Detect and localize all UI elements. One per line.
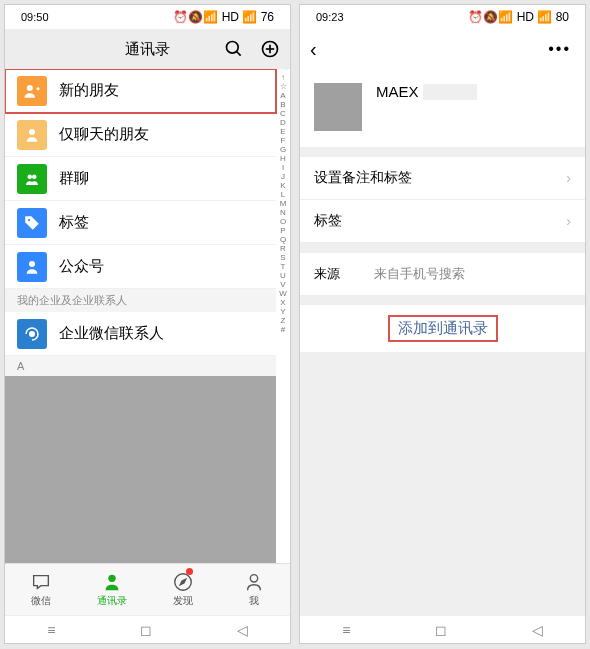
phone-profile: 09:23 ⏰🔕📶 HD 📶 80 ‹ ••• MAEX 设置备注和标签 › 标… xyxy=(299,4,586,644)
alpha-index-letter[interactable]: T xyxy=(281,262,286,271)
tab-label: 我 xyxy=(249,594,259,608)
svg-point-10 xyxy=(29,261,35,267)
row-new-friends[interactable]: 新的朋友 xyxy=(5,69,276,113)
home-key-icon[interactable]: ◻ xyxy=(435,622,447,638)
alpha-index-letter[interactable]: H xyxy=(280,154,286,163)
avatar xyxy=(314,83,362,131)
alpha-index-letter[interactable]: ☆ xyxy=(280,82,287,91)
back-key-icon[interactable]: ◁ xyxy=(237,622,248,638)
official-account-icon xyxy=(17,252,47,282)
alpha-index-letter[interactable]: Z xyxy=(281,316,286,325)
row-label: 新的朋友 xyxy=(59,81,119,100)
nav-keys: ≡ ◻ ◁ xyxy=(5,615,290,643)
alpha-index-letter[interactable]: A xyxy=(280,91,285,100)
svg-point-7 xyxy=(28,174,33,179)
profile-name-text: MAEX xyxy=(376,83,419,100)
alpha-index-letter[interactable]: U xyxy=(280,271,286,280)
alpha-index-letter[interactable]: # xyxy=(281,325,285,334)
alpha-index-letter[interactable]: B xyxy=(280,100,285,109)
status-bar: 09:50 ⏰🔕📶 HD 📶 76 xyxy=(5,5,290,29)
chevron-right-icon: › xyxy=(566,213,571,229)
home-key-icon[interactable]: ◻ xyxy=(140,622,152,638)
alpha-index-letter[interactable]: O xyxy=(280,217,286,226)
alpha-index-letter[interactable]: Y xyxy=(280,307,285,316)
tab-contacts[interactable]: 通讯录 xyxy=(76,564,147,615)
contact-placeholder xyxy=(5,376,276,563)
more-icon[interactable]: ••• xyxy=(548,40,571,58)
svg-point-12 xyxy=(108,575,115,582)
alpha-index-letter[interactable]: K xyxy=(280,181,285,190)
alpha-index-letter[interactable]: V xyxy=(280,280,285,289)
alpha-index[interactable]: ↑☆ABCDEFGHIJKLMNOPQRSTUVWXYZ# xyxy=(276,69,290,563)
back-key-icon[interactable]: ◁ xyxy=(532,622,543,638)
tab-me[interactable]: 我 xyxy=(219,564,290,615)
alpha-index-letter[interactable]: J xyxy=(281,172,285,181)
tab-label: 通讯录 xyxy=(97,594,127,608)
status-time: 09:23 xyxy=(316,11,344,23)
status-bar: 09:23 ⏰🔕📶 HD 📶 80 xyxy=(300,5,585,29)
row-label: 企业微信联系人 xyxy=(59,324,164,343)
row-tags[interactable]: 标签 › xyxy=(300,200,585,243)
row-chat-only-friends[interactable]: 仅聊天的朋友 xyxy=(5,113,276,157)
nav-keys: ≡ ◻ ◁ xyxy=(300,615,585,643)
menu-key-icon[interactable]: ≡ xyxy=(47,622,55,638)
svg-line-1 xyxy=(237,52,241,56)
tag-icon xyxy=(17,208,47,238)
row-enterprise-contacts[interactable]: 企业微信联系人 xyxy=(5,312,276,356)
alpha-index-letter[interactable]: P xyxy=(280,226,285,235)
alpha-index-letter[interactable]: F xyxy=(281,136,286,145)
tabbar: 微信 通讯录 发现 我 xyxy=(5,563,290,615)
enterprise-icon xyxy=(17,319,47,349)
alpha-index-letter[interactable]: D xyxy=(280,118,286,127)
row-label: 仅聊天的朋友 xyxy=(59,125,149,144)
tab-discover[interactable]: 发现 xyxy=(148,564,219,615)
svg-point-9 xyxy=(28,218,30,220)
chevron-right-icon: › xyxy=(566,170,571,186)
notification-dot-icon xyxy=(186,568,193,575)
alpha-index-letter[interactable]: N xyxy=(280,208,286,217)
alpha-index-letter[interactable]: Q xyxy=(280,235,286,244)
back-icon[interactable]: ‹ xyxy=(310,38,317,61)
alpha-index-letter[interactable]: M xyxy=(280,199,287,208)
svg-point-0 xyxy=(227,42,239,54)
new-friend-icon xyxy=(17,76,47,106)
alpha-index-letter[interactable]: ↑ xyxy=(281,73,285,82)
alpha-index-letter[interactable]: X xyxy=(280,298,285,307)
search-icon[interactable] xyxy=(224,39,244,59)
row-official-accounts[interactable]: 公众号 xyxy=(5,245,276,289)
alpha-index-letter[interactable]: E xyxy=(280,127,285,136)
alpha-index-letter[interactable]: S xyxy=(280,253,285,262)
svg-point-6 xyxy=(29,129,35,135)
section-a: A xyxy=(5,356,276,376)
alpha-index-letter[interactable]: W xyxy=(279,289,287,298)
alpha-index-letter[interactable]: R xyxy=(280,244,286,253)
alpha-index-letter[interactable]: C xyxy=(280,109,286,118)
source-value: 来自手机号搜索 xyxy=(374,265,465,283)
redacted-mask xyxy=(423,84,477,100)
row-label: 标签 xyxy=(314,212,342,230)
svg-point-8 xyxy=(32,174,37,179)
row-tags[interactable]: 标签 xyxy=(5,201,276,245)
menu-key-icon[interactable]: ≡ xyxy=(342,622,350,638)
row-group-chats[interactable]: 群聊 xyxy=(5,157,276,201)
profile-card[interactable]: MAEX xyxy=(300,69,585,147)
row-label: 设置备注和标签 xyxy=(314,169,412,187)
chat-only-icon xyxy=(17,120,47,150)
svg-point-11 xyxy=(30,331,35,336)
tab-label: 微信 xyxy=(31,594,51,608)
group-chat-icon xyxy=(17,164,47,194)
alpha-index-letter[interactable]: I xyxy=(282,163,284,172)
section-enterprise: 我的企业及企业联系人 xyxy=(5,289,276,312)
phone-contacts: 09:50 ⏰🔕📶 HD 📶 76 通讯录 新的朋友 xyxy=(4,4,291,644)
add-icon[interactable] xyxy=(260,39,280,59)
alpha-index-letter[interactable]: L xyxy=(281,190,285,199)
add-to-contacts-button[interactable]: 添加到通讯录 xyxy=(390,317,496,340)
tab-wechat[interactable]: 微信 xyxy=(5,564,76,615)
row-remark[interactable]: 设置备注和标签 › xyxy=(300,157,585,200)
header: 通讯录 xyxy=(5,29,290,69)
main-list: 新的朋友 仅聊天的朋友 群聊 标签 xyxy=(5,69,276,563)
status-icons: ⏰🔕📶 HD 📶 76 xyxy=(173,10,274,24)
add-button-container: 添加到通讯录 xyxy=(300,305,585,352)
header: ‹ ••• xyxy=(300,29,585,69)
alpha-index-letter[interactable]: G xyxy=(280,145,286,154)
